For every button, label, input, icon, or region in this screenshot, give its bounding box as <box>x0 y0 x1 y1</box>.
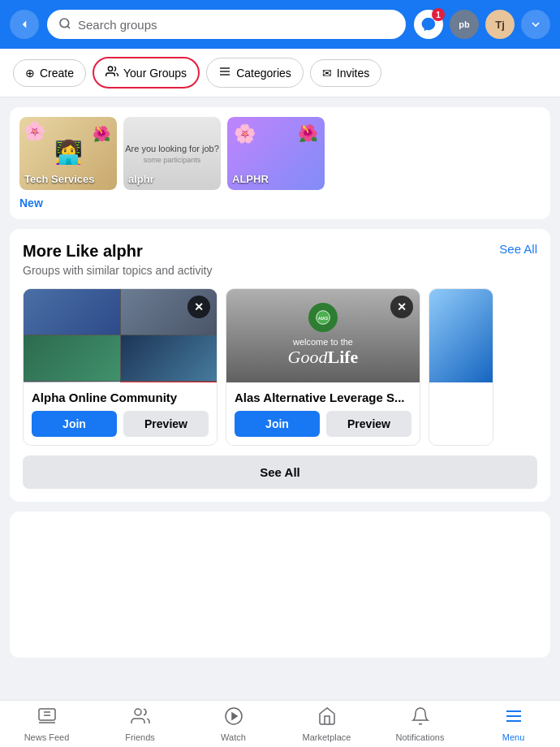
suggestion-name-alpha: Alpha Online Community <box>32 391 209 404</box>
new-badge: New <box>19 196 541 209</box>
see-all-top-link[interactable]: See All <box>499 242 537 256</box>
group-name-tech-services: Tech Services <box>24 173 94 185</box>
messenger-badge: 1 <box>432 8 445 21</box>
menu-label: Menu <box>502 732 525 742</box>
preview-alpha-button[interactable]: Preview <box>123 411 209 437</box>
close-alas-button[interactable]: ✕ <box>390 296 413 318</box>
svg-point-2 <box>108 67 112 71</box>
empty-card <box>10 512 550 658</box>
main-content: 🌸 🌺 👩‍💻 Tech Services Are you looking fo… <box>0 97 560 700</box>
notifications-icon <box>411 706 430 731</box>
search-bar[interactable]: Search groups <box>47 10 406 39</box>
suggestion-actions-alpha: Join Preview <box>32 411 209 437</box>
suggestion-img-alas: AIAS welcome to the GoodLife ✕ <box>226 289 420 382</box>
friends-icon <box>131 706 150 731</box>
tab-bar: ⊕ Create Your Groups Categories ✉ Invite… <box>0 49 560 97</box>
invites-tab[interactable]: ✉ Invites <box>310 59 381 87</box>
watch-label: Watch <box>221 732 246 742</box>
more-like-header: More Like alphr See All <box>23 242 537 261</box>
marketplace-label: Marketplace <box>303 732 351 742</box>
bottom-navigation: News Feed Friends Watch <box>0 700 560 747</box>
svg-marker-14 <box>232 713 237 719</box>
your-groups-tab[interactable]: Your Groups <box>93 57 200 89</box>
nav-item-watch[interactable]: Watch <box>187 702 280 747</box>
nav-item-menu[interactable]: Menu <box>467 702 560 747</box>
svg-rect-8 <box>39 709 55 720</box>
alas-badge: AIAS <box>308 303 338 332</box>
suggestion-actions-alas: Join Preview <box>235 411 411 437</box>
group-name-alphr-big: ALPHR <box>232 173 269 185</box>
more-like-card: More Like alphr See All Groups with simi… <box>10 229 550 502</box>
svg-line-1 <box>67 26 70 28</box>
suggestion-row: ✕ Alpha Online Community Join Preview <box>23 288 537 446</box>
group-name-alphr: alphr <box>128 173 154 185</box>
suggestion-info-alas: Alas Alternative Leverage S... Join Prev… <box>226 382 420 445</box>
see-all-bottom-button[interactable]: See All <box>23 456 537 489</box>
your-groups-card: 🌸 🌺 👩‍💻 Tech Services Are you looking fo… <box>10 107 550 219</box>
close-alpha-button[interactable]: ✕ <box>187 296 210 318</box>
menu-icon <box>504 706 523 731</box>
news-feed-icon <box>37 706 57 731</box>
svg-point-12 <box>135 709 141 715</box>
your-groups-label: Your Groups <box>123 67 187 80</box>
search-icon <box>58 17 71 32</box>
svg-point-0 <box>60 19 69 28</box>
nav-right-icons: 1 pb Tj <box>414 10 550 39</box>
invites-icon: ✉ <box>322 67 332 80</box>
more-like-title: More Like alphr <box>23 242 143 261</box>
groups-thumbnail-list: 🌸 🌺 👩‍💻 Tech Services Are you looking fo… <box>19 117 541 190</box>
news-feed-label: News Feed <box>24 732 70 742</box>
group-thumb-alphr-big[interactable]: 🌸 🌺 ALPHR <box>227 117 325 190</box>
notifications-label: Notifications <box>396 732 445 742</box>
top-navigation: Search groups 1 pb Tj <box>0 0 560 49</box>
categories-label: Categories <box>236 67 291 80</box>
suggestion-name-alas: Alas Alternative Leverage S... <box>235 391 411 404</box>
friends-label: Friends <box>125 732 155 742</box>
nav-item-friends[interactable]: Friends <box>93 702 187 747</box>
nav-item-marketplace[interactable]: Marketplace <box>280 702 373 747</box>
messenger-button[interactable]: 1 <box>414 10 443 39</box>
groups-icon <box>106 65 118 80</box>
suggestion-info-alpha: Alpha Online Community Join Preview <box>24 382 217 445</box>
chevron-down-button[interactable] <box>521 10 550 39</box>
search-placeholder: Search groups <box>78 18 157 32</box>
group-thumb-alphr[interactable]: Are you looking for job? some participan… <box>123 117 221 190</box>
svg-text:AIAS: AIAS <box>318 316 329 321</box>
watch-icon <box>224 706 243 731</box>
create-icon: ⊕ <box>25 67 35 80</box>
preview-alas-button[interactable]: Preview <box>326 411 411 437</box>
more-like-subtitle: Groups with similar topics and activity <box>23 264 537 277</box>
invites-label: Invites <box>337 67 369 80</box>
suggestion-card-alas: AIAS welcome to the GoodLife ✕ Alas Alte… <box>226 288 420 446</box>
goodlife-text: GoodLife <box>288 347 359 368</box>
nav-item-news-feed[interactable]: News Feed <box>0 702 93 747</box>
suggestion-img-h <box>429 289 493 382</box>
user-avatar[interactable]: Tj <box>485 10 515 39</box>
create-tab[interactable]: ⊕ Create <box>13 59 86 87</box>
categories-tab[interactable]: Categories <box>206 58 304 88</box>
suggestion-card-alpha: ✕ Alpha Online Community Join Preview <box>23 288 218 446</box>
join-alpha-button[interactable]: Join <box>32 411 117 437</box>
marketplace-icon <box>317 706 337 731</box>
join-alas-button[interactable]: Join <box>235 411 320 437</box>
create-label: Create <box>40 67 74 80</box>
suggestion-img-alpha: ✕ <box>24 289 217 382</box>
nav-item-notifications[interactable]: Notifications <box>373 702 467 747</box>
suggestion-card-h <box>429 288 493 446</box>
categories-icon <box>218 65 231 80</box>
group-thumb-tech-services[interactable]: 🌸 🌺 👩‍💻 Tech Services <box>19 117 117 190</box>
profile-button[interactable]: pb <box>450 10 479 39</box>
back-button[interactable] <box>10 10 39 39</box>
